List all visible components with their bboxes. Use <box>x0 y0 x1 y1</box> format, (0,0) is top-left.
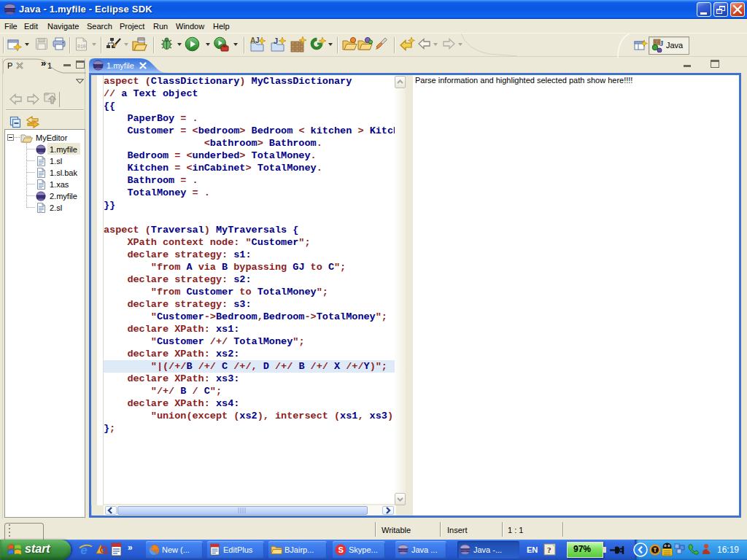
svg-text:?: ? <box>547 545 551 554</box>
svg-text:J: J <box>659 39 664 47</box>
svg-text:010: 010 <box>77 44 86 50</box>
svg-text:S: S <box>338 545 344 554</box>
svg-text:J: J <box>274 36 278 45</box>
